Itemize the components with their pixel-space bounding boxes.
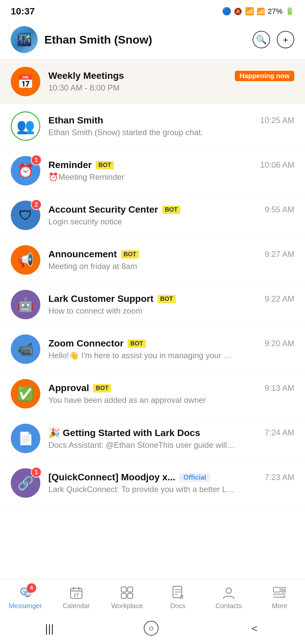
chat-time-ethan-smith: 10:25 AM — [260, 116, 294, 125]
chat-time-getting-started-docs: 7:24 AM — [265, 428, 294, 437]
chat-content-zoom-connector: Zoom ConnectorBOT9:20 AMHello!👋 I'm here… — [48, 338, 294, 360]
battery-icon: 🔋 — [285, 7, 294, 16]
chat-avatar-weekly-meetings: 📅 — [11, 67, 40, 96]
chat-item-weekly-meetings[interactable]: 📅Weekly MeetingsHappening now10:30 AM - … — [0, 59, 305, 104]
chat-avatar-getting-started-docs: 📄 — [11, 424, 40, 453]
chat-name-reminder: Reminder — [48, 160, 92, 170]
vibrate-icon: 🔕 — [234, 7, 242, 15]
chat-avatar-approval: ✅ — [11, 379, 40, 409]
chat-preview-getting-started-docs: Docs Assistant: @Ethan StoneThis user gu… — [48, 440, 236, 450]
chat-time-reminder: 10:06 AM — [260, 160, 294, 170]
chat-content-ethan-smith: Ethan Smith10:25 AMEthan Smith (Snow) st… — [48, 115, 294, 137]
search-icon: 🔍 — [256, 35, 267, 45]
svg-text:27: 27 — [74, 592, 79, 598]
chat-content-reminder: ReminderBOT10:06 AM⏰Meeting Reminder — [48, 160, 294, 182]
nav-item-more[interactable]: ✓✓ More — [254, 579, 305, 614]
status-icons: 🔵 🔕 📶 📶 27% 🔋 — [222, 7, 294, 16]
chat-avatar-lark-support: 🤖 — [11, 290, 40, 319]
chat-avatar-announcement: 📢 — [11, 245, 40, 275]
chat-avatar-account-security: 🛡2 — [11, 201, 40, 230]
menu-button[interactable]: ||| — [45, 622, 54, 635]
chat-item-getting-started-docs[interactable]: 📄🎉 Getting Started with Lark Docs7:24 AM… — [0, 416, 305, 461]
chat-item-quickconnect-moodjoy[interactable]: 🔗1[QuickConnect] Moodjoy x...Official7:2… — [0, 461, 305, 505]
calendar-icon: 27 — [69, 585, 84, 600]
chat-content-approval: ApprovalBOT9:13 AMYou have been added as… — [48, 383, 294, 405]
nav-item-messenger[interactable]: 💬 4 Messenger — [0, 579, 51, 614]
bot-tag-approval: BOT — [93, 384, 111, 392]
search-button[interactable]: 🔍 — [253, 31, 270, 48]
chat-time-zoom-connector: 9:20 AM — [265, 339, 294, 348]
nav-label-more: More — [272, 602, 288, 610]
header: Ethan Smith (Snow) 🔍 ＋ — [0, 20, 305, 59]
add-button[interactable]: ＋ — [277, 31, 294, 48]
chat-preview-account-security: Login security notice — [48, 217, 236, 226]
battery-text: 27% — [268, 7, 282, 16]
bot-tag-announcement: BOT — [121, 250, 139, 259]
nav-item-docs[interactable]: Docs — [152, 579, 203, 614]
user-avatar[interactable] — [11, 26, 38, 53]
chat-item-ethan-smith[interactable]: 👥Ethan Smith10:25 AMEthan Smith (Snow) s… — [0, 104, 305, 149]
chat-name-getting-started-docs: 🎉 Getting Started with Lark Docs — [48, 427, 200, 438]
chat-item-lark-support[interactable]: 🤖Lark Customer SupportBOT9:22 AMHow to c… — [0, 282, 305, 327]
chat-preview-lark-support: How to connect with zoom — [48, 306, 236, 316]
chat-item-zoom-connector[interactable]: 📹Zoom ConnectorBOT9:20 AMHello!👋 I'm her… — [0, 327, 305, 372]
chat-name-ethan-smith: Ethan Smith — [48, 115, 103, 126]
home-button[interactable]: ○ — [144, 621, 159, 636]
chat-preview-approval: You have been added as an approval owner — [48, 395, 236, 405]
chat-avatar-quickconnect-moodjoy: 🔗1 — [11, 468, 40, 498]
svg-rect-12 — [128, 593, 133, 598]
nav-items: 💬 4 Messenger 27 Calendar — [0, 579, 305, 614]
header-actions: 🔍 ＋ — [253, 31, 294, 48]
chat-preview-ethan-smith: Ethan Smith (Snow) started the group cha… — [48, 128, 236, 137]
chat-preview-zoom-connector: Hello!👋 I'm here to assist you in managi… — [48, 351, 236, 360]
nav-label-docs: Docs — [170, 602, 186, 610]
add-icon: ＋ — [281, 34, 290, 46]
svg-rect-19 — [281, 587, 286, 589]
chat-name-zoom-connector: Zoom Connector — [48, 338, 124, 349]
svg-text:✓✓: ✓✓ — [282, 594, 287, 599]
signal-icon: 📶 — [257, 7, 265, 15]
system-nav: ||| ○ ＜ — [0, 614, 305, 644]
status-bar: 10:37 🔵 🔕 📶 📶 27% 🔋 — [0, 0, 305, 20]
chat-time-account-security: 9:55 AM — [265, 205, 294, 214]
bluetooth-icon: 🔵 — [222, 7, 231, 16]
chat-name-weekly-meetings: Weekly Meetings — [48, 70, 124, 81]
nav-label-calendar: Calendar — [62, 602, 90, 610]
nav-label-workplace: Workplace — [111, 602, 143, 610]
chat-name-approval: Approval — [48, 383, 89, 393]
chat-time-approval: 9:13 AM — [265, 383, 294, 393]
status-time: 10:37 — [11, 6, 35, 17]
svg-rect-10 — [128, 587, 133, 592]
official-tag-quickconnect-moodjoy: Official — [179, 473, 210, 482]
workplace-icon — [120, 585, 134, 600]
messenger-icon: 💬 4 — [18, 585, 33, 600]
svg-point-17 — [226, 588, 231, 593]
wifi-icon: 📶 — [245, 7, 254, 16]
chat-content-quickconnect-moodjoy: [QuickConnect] Moodjoy x...Official7:23 … — [48, 472, 294, 494]
chat-name-announcement: Announcement — [48, 249, 117, 260]
bot-tag-zoom-connector: BOT — [128, 339, 146, 348]
chat-badge-quickconnect-moodjoy: 1 — [31, 467, 42, 478]
bot-tag-account-security: BOT — [162, 206, 180, 214]
header-user-name: Ethan Smith (Snow) — [44, 33, 253, 46]
chat-preview-reminder: ⏰Meeting Reminder — [48, 172, 236, 182]
chat-item-account-security[interactable]: 🛡2Account Security CenterBOT9:55 AMLogin… — [0, 193, 305, 238]
back-button[interactable]: ＜ — [249, 621, 260, 636]
chat-item-reminder[interactable]: ⏰1ReminderBOT10:06 AM⏰Meeting Reminder — [0, 149, 305, 193]
chat-name-lark-support: Lark Customer Support — [48, 293, 154, 304]
chat-content-getting-started-docs: 🎉 Getting Started with Lark Docs7:24 AMD… — [48, 427, 294, 450]
happening-tag-weekly-meetings: Happening now — [235, 71, 294, 81]
chat-content-account-security: Account Security CenterBOT9:55 AMLogin s… — [48, 204, 294, 226]
docs-icon — [171, 585, 185, 600]
chat-avatar-reminder: ⏰1 — [11, 156, 40, 185]
svg-rect-18 — [273, 587, 280, 592]
chat-item-approval[interactable]: ✅ApprovalBOT9:13 AMYou have been added a… — [0, 372, 305, 416]
chat-item-announcement[interactable]: 📢AnnouncementBOT9:27 AMMeeting on friday… — [0, 238, 305, 282]
nav-item-workplace[interactable]: Workplace — [102, 579, 152, 614]
chat-time-announcement: 9:27 AM — [265, 250, 294, 259]
messenger-badge: 4 — [27, 583, 36, 593]
nav-item-contacts[interactable]: Contacts — [203, 579, 254, 614]
chat-content-announcement: AnnouncementBOT9:27 AMMeeting on friday … — [48, 249, 294, 271]
nav-item-calendar[interactable]: 27 Calendar — [51, 579, 101, 614]
contacts-icon — [221, 585, 236, 600]
